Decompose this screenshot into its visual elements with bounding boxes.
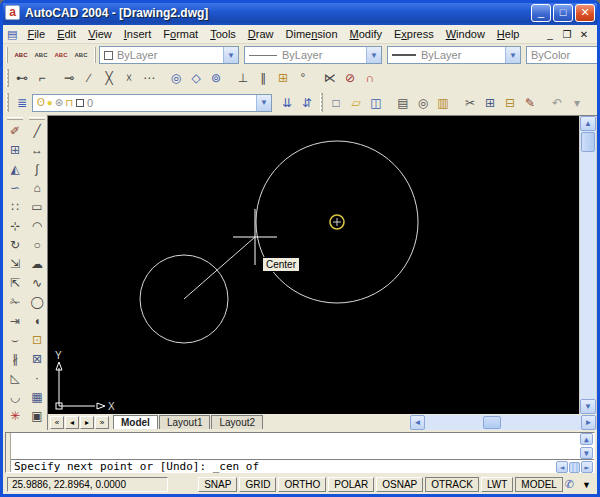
scale-button[interactable]: ⇲: [5, 254, 25, 273]
close-button[interactable]: ✕: [575, 4, 595, 22]
tab-layout1[interactable]: Layout1: [159, 415, 211, 429]
command-input[interactable]: Specify next point or [Undo]: _cen of: [11, 460, 556, 474]
snap-apparent-intersection-button[interactable]: ☓: [119, 69, 139, 88]
menu-help[interactable]: Help: [491, 27, 526, 41]
toolbar-grip[interactable]: [6, 93, 9, 112]
color-control-combo[interactable]: ByLayer ▼: [99, 46, 239, 64]
horizontal-scrollbar[interactable]: ◄ ►: [410, 415, 596, 430]
layer-properties-manager-button[interactable]: ≣: [12, 93, 32, 112]
menu-window[interactable]: Window: [440, 27, 491, 41]
ellipse-arc-button[interactable]: ◖: [27, 311, 47, 330]
command-scroll-thumb[interactable]: [569, 462, 580, 473]
trim-button[interactable]: ✁: [5, 292, 25, 311]
child-minimize-button[interactable]: _: [543, 29, 557, 40]
plot-preview-button[interactable]: ◎: [413, 93, 433, 112]
status-snap-button[interactable]: SNAP: [198, 477, 237, 492]
vertical-scroll-thumb[interactable]: [581, 132, 595, 152]
scroll-left-icon[interactable]: ◄: [556, 461, 568, 473]
fillet-button[interactable]: ◡: [5, 387, 25, 406]
new-button[interactable]: □: [326, 93, 346, 112]
drawing-canvas[interactable]: YX Center: [48, 116, 579, 414]
mirror-button[interactable]: ◭: [5, 159, 25, 178]
arc-button[interactable]: ◠: [27, 216, 47, 235]
menu-insert[interactable]: Insert: [118, 27, 158, 41]
hatch-button[interactable]: ▦: [27, 387, 47, 406]
snap-insert-button[interactable]: ⊞: [273, 69, 293, 88]
make-block-button[interactable]: ⊠: [27, 349, 47, 368]
horizontal-scroll-thumb[interactable]: [483, 416, 501, 429]
temporary-tracking-button[interactable]: ⊷: [12, 69, 32, 88]
snap-parallel-button[interactable]: ∥: [253, 69, 273, 88]
menu-edit[interactable]: Edit: [51, 27, 82, 41]
find-replace-button[interactable]: ABC: [31, 46, 51, 65]
paste-button[interactable]: ⊟: [500, 93, 520, 112]
command-history-scrollbar[interactable]: ▲ ▼: [580, 433, 594, 459]
scroll-right-icon[interactable]: ►: [581, 461, 593, 473]
publish-button[interactable]: ▥: [433, 93, 453, 112]
snap-node-button[interactable]: °: [293, 69, 313, 88]
cut-button[interactable]: ✂: [460, 93, 480, 112]
rotate-button[interactable]: ↻: [5, 235, 25, 254]
menu-dimension[interactable]: Dimension: [280, 27, 344, 41]
snap-perpendicular-button[interactable]: ⊥: [233, 69, 253, 88]
toolbar-grip[interactable]: [94, 47, 96, 64]
snap-endpoint-button[interactable]: ⊸: [59, 69, 79, 88]
combo-arrow-icon[interactable]: ▼: [366, 47, 381, 63]
status-osnap-button[interactable]: OSNAP: [376, 477, 423, 492]
revision-cloud-button[interactable]: ☁: [27, 254, 47, 273]
erase-button[interactable]: ✐: [5, 121, 25, 140]
snap-intersection-button[interactable]: ╳: [99, 69, 119, 88]
communication-center-icon[interactable]: ✆: [565, 478, 574, 491]
chamfer-button[interactable]: ◺: [5, 368, 25, 387]
scroll-left-icon[interactable]: ◄: [410, 415, 425, 430]
array-button[interactable]: ∷: [5, 197, 25, 216]
extend-button[interactable]: ⇥: [5, 311, 25, 330]
last-tab-button[interactable]: »: [95, 416, 109, 429]
undo-button[interactable]: ↶: [547, 93, 567, 112]
menu-modify[interactable]: Modify: [344, 27, 388, 41]
offset-button[interactable]: ∽: [5, 178, 25, 197]
maximize-button[interactable]: □: [553, 4, 573, 22]
menu-view[interactable]: View: [82, 27, 118, 41]
scroll-up-icon[interactable]: ▲: [580, 433, 593, 445]
region-button[interactable]: ▣: [27, 406, 47, 425]
copy-object-button[interactable]: ⊞: [5, 140, 25, 159]
status-otrack-button[interactable]: OTRACK: [425, 477, 479, 492]
status-model-button[interactable]: MODEL: [515, 477, 563, 492]
status-ortho-button[interactable]: ORTHO: [278, 477, 326, 492]
undo-dropdown-button[interactable]: ▾: [567, 93, 587, 112]
minimize-button[interactable]: _: [531, 4, 551, 22]
copy-button[interactable]: ⊞: [480, 93, 500, 112]
scroll-down-icon[interactable]: ▼: [580, 399, 596, 414]
status-lwt-button[interactable]: LWT: [481, 477, 513, 492]
titlebar[interactable]: a AutoCAD 2004 - [Drawing2.dwg] _□✕: [0, 0, 600, 25]
scroll-down-icon[interactable]: ▼: [580, 447, 593, 459]
plot-button[interactable]: ▤: [393, 93, 413, 112]
move-button[interactable]: ⊹: [5, 216, 25, 235]
menu-express[interactable]: Express: [388, 27, 440, 41]
stretch-button[interactable]: ⇱: [5, 273, 25, 292]
status-polar-button[interactable]: POLAR: [328, 477, 374, 492]
menu-file[interactable]: File: [21, 27, 51, 41]
snap-quadrant-button[interactable]: ◇: [186, 69, 206, 88]
linetype-combo[interactable]: ByLayer ▼: [244, 46, 382, 64]
toolbar-grip[interactable]: [7, 117, 24, 120]
command-input-scrollbar[interactable]: ◄ ►: [556, 461, 593, 473]
match-properties-button[interactable]: ✎: [520, 93, 540, 112]
explode-button[interactable]: ✳: [5, 406, 25, 425]
plot-style-combo[interactable]: ByColor: [526, 46, 600, 64]
child-restore-button[interactable]: ❐: [560, 29, 574, 40]
drawing-window-icon[interactable]: ▤: [7, 28, 17, 41]
snap-from-button[interactable]: ⌐: [32, 69, 52, 88]
polyline-button[interactable]: ∫: [27, 159, 47, 178]
next-tab-button[interactable]: ▸: [80, 416, 94, 429]
edit-text-button[interactable]: ABC: [51, 46, 71, 65]
snap-tangent-button[interactable]: ⊚: [206, 69, 226, 88]
construction-line-button[interactable]: ↔: [27, 140, 47, 159]
snap-center-button[interactable]: ◎: [166, 69, 186, 88]
status-menu-caret-icon[interactable]: ▼: [582, 480, 591, 490]
scroll-up-icon[interactable]: ▲: [580, 116, 596, 131]
layer-previous-button[interactable]: ⇵: [297, 93, 317, 112]
polygon-button[interactable]: ⌂: [27, 178, 47, 197]
make-object-layer-current-button[interactable]: ⇊: [277, 93, 297, 112]
